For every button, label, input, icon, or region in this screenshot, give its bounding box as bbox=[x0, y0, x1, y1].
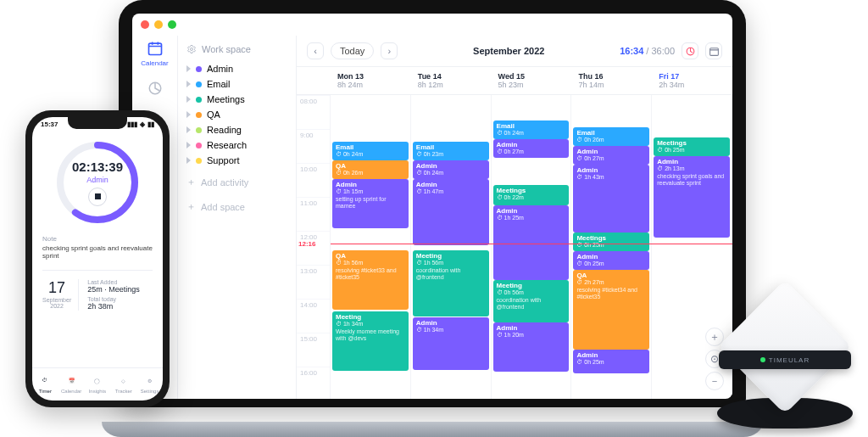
tab-tracker[interactable]: ◇ Tracker bbox=[110, 373, 136, 394]
sidebar-item-label: Support bbox=[207, 155, 240, 165]
calendar-event[interactable]: Admin ⏱ 0h 24m bbox=[413, 160, 489, 179]
wifi-icon: ◈ bbox=[140, 120, 145, 128]
tab-settings[interactable]: ⚙ Settings bbox=[136, 373, 163, 394]
event-duration: ⏱ 0h 25m bbox=[657, 147, 726, 154]
today-button[interactable]: Today bbox=[331, 42, 374, 59]
calendar-view-button[interactable] bbox=[705, 42, 722, 59]
sidebar-item-support[interactable]: Support bbox=[181, 153, 292, 168]
svg-rect-4 bbox=[709, 48, 718, 55]
stop-timer-button[interactable] bbox=[88, 188, 107, 206]
calendar-event[interactable]: Meeting ⏱ 0h 56m coordination with @fron… bbox=[493, 280, 570, 322]
tab-calendar[interactable]: 📅 Calendar bbox=[58, 373, 85, 394]
calendar-icon bbox=[709, 46, 720, 57]
chevron-right-icon bbox=[186, 126, 191, 133]
tab-timer[interactable]: ⏱ Timer bbox=[32, 373, 58, 394]
calendar-event[interactable]: Meetings ⏱ 0h 22m bbox=[493, 185, 570, 205]
event-duration: ⏱ 0h 25m bbox=[576, 359, 646, 366]
activity-color-dot bbox=[196, 66, 202, 72]
calendar-event[interactable]: Meetings ⏱ 0h 25m bbox=[573, 233, 649, 251]
overview-button[interactable] bbox=[682, 42, 698, 59]
add-space-label: Add space bbox=[201, 202, 245, 212]
sidebar-item-label: Admin bbox=[207, 64, 233, 74]
plus-icon: ＋ bbox=[186, 200, 196, 213]
rail-insights[interactable] bbox=[146, 79, 164, 98]
sidebar-item-meetings[interactable]: Meetings bbox=[181, 92, 292, 107]
phone-tabbar: ⏱ Timer📅 Calendar◯ Insights◇ Tracker⚙ Se… bbox=[32, 367, 163, 401]
sidebar-item-research[interactable]: Research bbox=[181, 137, 292, 153]
sidebar: Work space Admin Email Meetings QA Readi… bbox=[178, 36, 297, 399]
calendar-event[interactable]: Email ⏱ 0h 23m bbox=[413, 142, 489, 160]
event-duration: ⏱ 1h 47m bbox=[416, 188, 486, 195]
day-header[interactable]: Tue 14 8h 12m bbox=[411, 67, 492, 94]
event-duration: ⏱ 0h 24m bbox=[416, 170, 486, 176]
calendar-event[interactable]: Email ⏱ 0h 24m bbox=[493, 120, 570, 139]
calendar-event[interactable]: Meeting ⏱ 1h 56m coordination with @fron… bbox=[413, 250, 489, 317]
calendar-event[interactable]: QA ⏱ 1h 56m resolving #ticket33 and #tic… bbox=[332, 250, 409, 310]
event-title: Admin bbox=[497, 324, 566, 332]
event-title: Admin bbox=[336, 181, 405, 188]
tab-label: Tracker bbox=[115, 389, 132, 394]
event-title: Admin bbox=[576, 148, 646, 155]
calendar-event[interactable]: Email ⏱ 0h 26m bbox=[573, 127, 649, 146]
note-section[interactable]: Note checking sprint goals and reevaluat… bbox=[32, 230, 163, 265]
calendar-event[interactable]: Admin ⏱ 0h 25m bbox=[573, 251, 649, 270]
calendar-event[interactable]: Admin ⏱ 1h 15m setting up sprint for mam… bbox=[332, 179, 409, 228]
calendar-grid[interactable]: 08:009:0010:0011:0012:0013:0014:0015:001… bbox=[297, 95, 732, 399]
minimize-icon[interactable] bbox=[154, 20, 163, 29]
calendar-event[interactable]: Admin ⏱ 1h 20m bbox=[493, 322, 570, 372]
tab-insights[interactable]: ◯ Insights bbox=[85, 373, 111, 394]
calendar-event[interactable]: QA ⏱ 0h 26m bbox=[332, 160, 409, 179]
calendar-event[interactable]: Admin ⏱ 0h 27m bbox=[573, 146, 649, 165]
calendar-event[interactable]: Meetings ⏱ 0h 25m bbox=[654, 137, 730, 156]
prev-week-button[interactable]: ‹ bbox=[307, 42, 324, 59]
day-column-mon[interactable]: Email ⏱ 0h 24m QA ⏱ 0h 26m Admin ⏱ 1h 15… bbox=[331, 95, 411, 399]
event-note: setting up sprint for mamee bbox=[336, 196, 405, 210]
maximize-icon[interactable] bbox=[168, 20, 176, 29]
status-icons: ▮▮▮ ◈ ▮▮ bbox=[127, 120, 154, 128]
sidebar-item-admin[interactable]: Admin bbox=[181, 61, 292, 76]
event-title: Admin bbox=[576, 253, 646, 261]
calendar-event[interactable]: Admin ⏱ 0h 25m bbox=[573, 350, 649, 373]
sidebar-item-qa[interactable]: QA bbox=[181, 107, 292, 122]
day-header[interactable]: Mon 13 8h 24m bbox=[331, 67, 411, 94]
next-week-button[interactable]: › bbox=[381, 42, 398, 59]
day-header[interactable]: Thu 16 7h 14m bbox=[571, 67, 652, 94]
calendar-event[interactable]: Admin ⏱ 1h 25m bbox=[493, 205, 570, 280]
calendar-event[interactable]: Admin ⏱ 0h 27m bbox=[493, 139, 570, 158]
add-activity-button[interactable]: ＋ Add activity bbox=[181, 171, 292, 193]
event-note: Weekly momee meeting with @devs bbox=[336, 328, 405, 342]
calendar-event[interactable]: Admin ⏱ 1h 34m bbox=[413, 317, 489, 370]
day-header[interactable]: Fri 17 2h 34m bbox=[652, 67, 732, 94]
calendar-event[interactable]: QA ⏱ 2h 27m resolving #ticket34 and #tic… bbox=[573, 270, 649, 350]
day-column-tue[interactable]: Email ⏱ 0h 23m Admin ⏱ 0h 24m Admin ⏱ 1h… bbox=[411, 95, 492, 399]
calendar-event[interactable]: Meeting ⏱ 1h 34m Weekly momee meeting wi… bbox=[332, 311, 409, 371]
topbar-right: 16:34 / 36:00 bbox=[620, 42, 722, 59]
date-block: 17 September 2022 bbox=[42, 279, 79, 311]
add-space-button[interactable]: ＋ Add space bbox=[181, 196, 292, 217]
laptop-frame: Calendar Work space bbox=[119, 0, 746, 407]
calendar-event[interactable]: Admin ⏱ 1h 47m bbox=[413, 179, 489, 245]
rail-calendar[interactable]: Calendar bbox=[141, 39, 168, 67]
event-duration: ⏱ 0h 22m bbox=[497, 194, 566, 201]
timer-activity-label: Admin bbox=[86, 176, 108, 184]
sidebar-item-email[interactable]: Email bbox=[181, 76, 292, 92]
calendar-event[interactable]: Admin ⏱ 1h 43m bbox=[573, 165, 649, 233]
event-title: Meeting bbox=[497, 282, 566, 289]
sidebar-workspace-header[interactable]: Work space bbox=[181, 41, 292, 58]
add-activity-label: Add activity bbox=[201, 177, 248, 188]
svg-rect-0 bbox=[148, 43, 161, 54]
chevron-right-icon bbox=[186, 157, 191, 164]
sidebar-item-reading[interactable]: Reading bbox=[181, 122, 292, 137]
close-icon[interactable] bbox=[141, 20, 149, 29]
sidebar-item-label: Research bbox=[207, 140, 247, 150]
day-column-thu[interactable]: Email ⏱ 0h 26m Admin ⏱ 0h 27m Admin ⏱ 1h… bbox=[571, 95, 652, 399]
calendar-event[interactable]: Admin ⏱ 2h 13m checking sprint goals and… bbox=[654, 156, 730, 238]
day-header[interactable]: Wed 15 5h 23m bbox=[492, 67, 572, 94]
day-column-wed[interactable]: Email ⏱ 0h 24m Admin ⏱ 0h 27m Meetings ⏱… bbox=[492, 95, 572, 399]
event-duration: ⏱ 1h 34m bbox=[336, 321, 405, 328]
event-title: Admin bbox=[497, 141, 566, 148]
sidebar-item-label: Meetings bbox=[207, 94, 245, 104]
calendar-event[interactable]: Email ⏱ 0h 24m bbox=[332, 142, 409, 160]
hour-label: 12:00 bbox=[297, 231, 330, 265]
event-title: Meetings bbox=[657, 139, 726, 147]
